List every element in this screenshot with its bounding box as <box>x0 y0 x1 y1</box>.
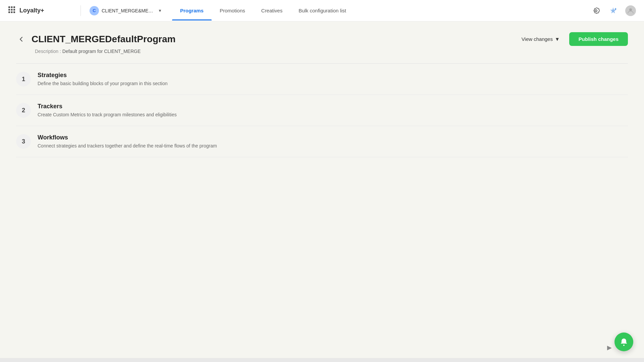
section-title-workflows: Workflows <box>38 134 217 141</box>
nav-item-creatives[interactable]: Creatives <box>253 1 290 20</box>
section-info-workflows: Workflows Connect strategies and tracker… <box>38 134 217 148</box>
section-info-strategies: Strategies Define the basic building blo… <box>38 72 168 86</box>
section-number-3: 3 <box>16 134 31 149</box>
svg-rect-5 <box>13 9 15 11</box>
svg-point-9 <box>629 8 632 11</box>
section-desc-strategies: Define the basic building blocks of your… <box>38 81 168 86</box>
section-desc-workflows: Connect strategies and trackers together… <box>38 143 217 148</box>
section-title-strategies: Strategies <box>38 72 168 79</box>
svg-rect-6 <box>8 11 10 13</box>
view-changes-label: View changes <box>522 36 553 42</box>
svg-rect-7 <box>11 11 13 13</box>
notification-fab[interactable] <box>614 333 633 351</box>
brand-name: Loyalty+ <box>19 7 44 14</box>
navbar-right <box>591 5 636 16</box>
scroll-right-arrow[interactable]: ▶ <box>607 344 612 351</box>
page-header: CLIENT_MERGEDefaultProgram View changes … <box>16 32 628 46</box>
svg-rect-1 <box>11 6 13 8</box>
description-row: Description : Default program for CLIENT… <box>35 49 628 54</box>
section-title-trackers: Trackers <box>38 103 177 110</box>
nav-divider <box>80 5 81 16</box>
section-desc-trackers: Create Custom Metrics to track program m… <box>38 112 177 117</box>
ai-button[interactable] <box>608 5 619 16</box>
page-title: CLIENT_MERGEDefaultProgram <box>32 34 175 45</box>
client-avatar: C <box>90 6 99 15</box>
section-info-trackers: Trackers Create Custom Metrics to track … <box>38 103 177 117</box>
svg-point-10 <box>623 345 625 346</box>
main-content: CLIENT_MERGEDefaultProgram View changes … <box>0 21 644 168</box>
user-avatar[interactable] <box>625 5 636 16</box>
section-number-1: 1 <box>16 72 31 86</box>
settings-button[interactable] <box>591 6 601 16</box>
client-name: CLIENT_MERGE&MER... <box>102 8 155 13</box>
grid-icon[interactable] <box>8 6 15 15</box>
main-nav: Programs Promotions Creatives Bulk confi… <box>172 1 591 20</box>
sections-list: 1 Strategies Define the basic building b… <box>16 64 628 157</box>
view-changes-chevron-icon: ▼ <box>555 36 560 42</box>
section-item-workflows[interactable]: 3 Workflows Connect strategies and track… <box>16 126 628 157</box>
description-text: Default program for CLIENT_MERGE <box>62 49 141 54</box>
publish-changes-button[interactable]: Publish changes <box>569 32 628 46</box>
section-number-2: 2 <box>16 103 31 118</box>
nav-item-programs[interactable]: Programs <box>172 1 212 20</box>
brand-area: Loyalty+ <box>8 6 75 15</box>
description-label: Description : <box>35 49 61 54</box>
svg-rect-3 <box>8 9 10 11</box>
section-item-trackers[interactable]: 2 Trackers Create Custom Metrics to trac… <box>16 95 628 126</box>
nav-item-bulk[interactable]: Bulk configuration list <box>290 1 354 20</box>
chevron-down-icon: ▼ <box>158 8 162 13</box>
svg-rect-4 <box>11 9 13 11</box>
header-actions: View changes ▼ Publish changes <box>516 32 628 46</box>
view-changes-button[interactable]: View changes ▼ <box>516 33 565 45</box>
svg-rect-0 <box>8 6 10 8</box>
back-button[interactable] <box>16 34 26 44</box>
section-item-strategies[interactable]: 1 Strategies Define the basic building b… <box>16 64 628 95</box>
client-selector[interactable]: C CLIENT_MERGE&MER... ▼ <box>86 4 165 17</box>
nav-item-promotions[interactable]: Promotions <box>212 1 253 20</box>
bottom-scrollbar[interactable] <box>0 358 644 362</box>
svg-rect-2 <box>13 6 15 8</box>
page-title-area: CLIENT_MERGEDefaultProgram <box>16 34 175 45</box>
navbar: Loyalty+ C CLIENT_MERGE&MER... ▼ Program… <box>0 0 644 21</box>
svg-rect-8 <box>13 11 15 13</box>
